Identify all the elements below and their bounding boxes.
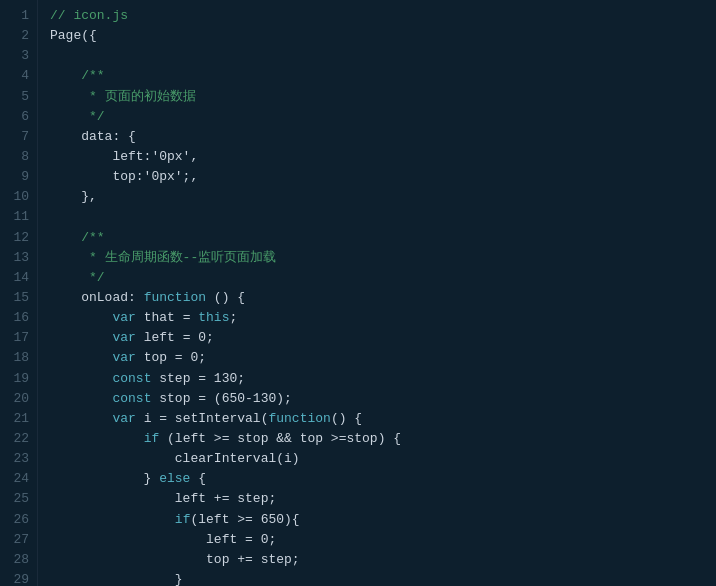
- code-line: left += step;: [50, 489, 716, 509]
- line-number: 26: [0, 510, 37, 530]
- line-number: 15: [0, 288, 37, 308]
- line-number: 27: [0, 530, 37, 550]
- code-line: var top = 0;: [50, 348, 716, 368]
- code-line: */: [50, 268, 716, 288]
- code-line: /**: [50, 228, 716, 248]
- code-line: top:'0px';,: [50, 167, 716, 187]
- line-number: 8: [0, 147, 37, 167]
- code-line: clearInterval(i): [50, 449, 716, 469]
- line-number: 10: [0, 187, 37, 207]
- code-line: top += step;: [50, 550, 716, 570]
- line-number: 25: [0, 489, 37, 509]
- line-number: 2: [0, 26, 37, 46]
- code-line: },: [50, 187, 716, 207]
- code-line: left:'0px',: [50, 147, 716, 167]
- code-line: [50, 207, 716, 227]
- line-number: 6: [0, 107, 37, 127]
- code-line: } else {: [50, 469, 716, 489]
- code-line: var left = 0;: [50, 328, 716, 348]
- code-line: // icon.js: [50, 6, 716, 26]
- code-line: var that = this;: [50, 308, 716, 328]
- line-number: 22: [0, 429, 37, 449]
- code-line: if (left >= stop && top >=stop) {: [50, 429, 716, 449]
- code-line: left = 0;: [50, 530, 716, 550]
- code-line: var i = setInterval(function() {: [50, 409, 716, 429]
- code-editor: 1234567891011121314151617181920212223242…: [0, 0, 716, 586]
- line-number: 18: [0, 348, 37, 368]
- line-number: 12: [0, 228, 37, 248]
- line-number: 24: [0, 469, 37, 489]
- line-number: 29: [0, 570, 37, 586]
- code-line: }: [50, 570, 716, 586]
- code-line: const stop = (650-130);: [50, 389, 716, 409]
- line-numbers: 1234567891011121314151617181920212223242…: [0, 0, 38, 586]
- code-area: // icon.jsPage({ /** * 页面的初始数据 */ data: …: [38, 0, 716, 586]
- code-line: data: {: [50, 127, 716, 147]
- line-number: 14: [0, 268, 37, 288]
- line-number: 23: [0, 449, 37, 469]
- code-line: [50, 46, 716, 66]
- code-line: * 页面的初始数据: [50, 87, 716, 107]
- line-number: 28: [0, 550, 37, 570]
- line-number: 7: [0, 127, 37, 147]
- line-number: 9: [0, 167, 37, 187]
- code-line: */: [50, 107, 716, 127]
- line-number: 20: [0, 389, 37, 409]
- line-number: 19: [0, 369, 37, 389]
- line-number: 17: [0, 328, 37, 348]
- line-number: 13: [0, 248, 37, 268]
- line-number: 1: [0, 6, 37, 26]
- code-line: * 生命周期函数--监听页面加载: [50, 248, 716, 268]
- line-number: 4: [0, 66, 37, 86]
- code-line: /**: [50, 66, 716, 86]
- line-number: 16: [0, 308, 37, 328]
- code-line: if(left >= 650){: [50, 510, 716, 530]
- line-number: 5: [0, 87, 37, 107]
- code-line: onLoad: function () {: [50, 288, 716, 308]
- line-number: 3: [0, 46, 37, 66]
- line-number: 11: [0, 207, 37, 227]
- code-line: const step = 130;: [50, 369, 716, 389]
- code-line: Page({: [50, 26, 716, 46]
- line-number: 21: [0, 409, 37, 429]
